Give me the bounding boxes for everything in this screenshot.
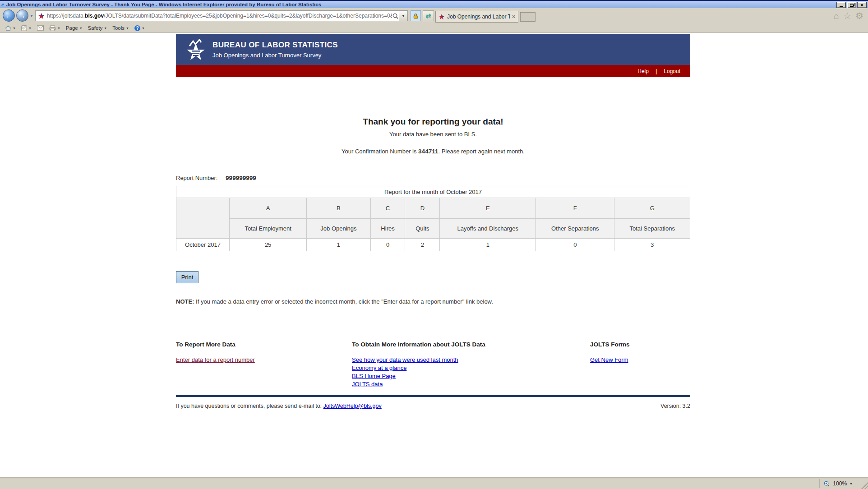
tools-menu-button[interactable]: Tools ▼: [110, 25, 131, 31]
page-content: BUREAU OF LABOR STATISTICS Job Openings …: [176, 33, 690, 409]
bls-header-text: BUREAU OF LABOR STATISTICS Job Openings …: [212, 41, 338, 59]
get-new-form-link[interactable]: Get New Form: [590, 356, 690, 363]
email-link[interactable]: JoltsWebHelp@bls.gov: [323, 403, 382, 409]
confirmation-block: Thank you for reporting your data! Your …: [176, 117, 690, 155]
confirmation-number-line: Your Confirmation Number is 344711. Plea…: [176, 148, 690, 155]
print-menu-button[interactable]: ▼: [47, 25, 63, 32]
restore-button[interactable]: [847, 2, 856, 8]
logout-link[interactable]: Logout: [664, 68, 680, 74]
jolts-data-link[interactable]: JOLTS data: [352, 381, 590, 388]
tab-favicon-star-icon: [439, 14, 445, 20]
site-favicon-star-icon: [38, 13, 45, 19]
tab-close-icon[interactable]: ×: [512, 14, 515, 20]
mail-icon: [37, 25, 44, 31]
back-button[interactable]: ←: [3, 9, 15, 22]
page-menu-button[interactable]: Page ▼: [64, 25, 85, 31]
printer-icon: [49, 25, 56, 31]
refresh-button[interactable]: ⇄: [423, 10, 434, 21]
help-icon: ?: [134, 25, 140, 31]
browser-right-icons: ⌂ ☆ ⚙: [834, 11, 863, 21]
footer-divider: [176, 395, 690, 397]
settings-gear-icon[interactable]: ⚙: [855, 11, 863, 21]
read-mail-button[interactable]: [35, 25, 46, 31]
utility-nav-bar: Help | Logout: [176, 65, 690, 77]
home-menu-button[interactable]: ▼: [3, 25, 18, 32]
footer-heading: JOLTS Forms: [590, 341, 690, 348]
column-letter-row: A B C D E F G: [176, 198, 690, 219]
restore-icon: [850, 4, 854, 7]
window-title: Job Openings and Labor Turnover Survey -…: [6, 2, 321, 7]
window-titlebar: e Job Openings and Labor Turnover Survey…: [0, 0, 868, 8]
help-link[interactable]: Help: [637, 68, 649, 74]
report-number-label: Report Number:: [176, 175, 217, 181]
navigation-bar: ← → ▼ https://joltsdata.bls.gov/JOLTS/da…: [0, 8, 868, 23]
ie-logo-icon: e: [1, 1, 4, 8]
recent-pages-dropdown[interactable]: ▼: [30, 14, 33, 18]
resize-grip[interactable]: [860, 481, 868, 489]
home-icon: [5, 25, 11, 31]
month-label-cell: October 2017: [176, 239, 230, 251]
enter-data-link[interactable]: Enter data for a report number: [176, 356, 352, 363]
data-sent-text: Your data have been sent to BLS.: [176, 131, 690, 138]
favorites-star-icon[interactable]: ☆: [843, 11, 851, 21]
zoom-level: 100%: [833, 480, 847, 487]
browser-tab[interactable]: Job Openings and Labor Tur... ×: [435, 11, 518, 23]
autocomplete-dropdown[interactable]: ▼: [399, 11, 407, 21]
agency-title: BUREAU OF LABOR STATISTICS: [212, 41, 338, 50]
table-title: Report for the month of October 2017: [176, 186, 690, 198]
contact-row: If you have questions or comments, pleas…: [176, 403, 690, 409]
bls-header-banner: BUREAU OF LABOR STATISTICS Job Openings …: [176, 34, 690, 65]
tab-title: Job Openings and Labor Tur...: [447, 14, 510, 20]
refresh-icon: ⇄: [426, 12, 431, 19]
footer-column-more-info: To Obtain More Information about JOLTS D…: [352, 341, 590, 389]
economy-glance-link[interactable]: Economy at a glance: [352, 364, 590, 371]
safety-menu-button[interactable]: Safety ▼: [86, 25, 110, 31]
note-label: NOTE:: [176, 298, 194, 305]
close-button[interactable]: ×: [857, 2, 867, 8]
minimize-button[interactable]: [836, 2, 846, 8]
zoom-dropdown-icon[interactable]: ▼: [850, 482, 853, 485]
note-text: If you made a data entry error or select…: [194, 298, 493, 305]
report-number-line: Report Number: 999999999: [176, 175, 690, 181]
footer-heading: To Obtain More Information about JOLTS D…: [352, 341, 590, 348]
command-bar: ▼ ▼ ▼ Page ▼ Safety ▼ Tools ▼ ?: [0, 23, 868, 33]
window-controls: ×: [836, 2, 867, 8]
contact-line: If you have questions or comments, pleas…: [176, 403, 382, 409]
page-viewport: BUREAU OF LABOR STATISTICS Job Openings …: [0, 33, 868, 477]
address-bar[interactable]: https://joltsdata.bls.gov/JOLTS/data/sub…: [35, 10, 408, 21]
feeds-menu-button[interactable]: ▼: [19, 25, 34, 32]
note-line: NOTE: If you made a data entry error or …: [176, 298, 690, 305]
data-used-link[interactable]: See how your data were used last month: [352, 356, 590, 363]
forward-button[interactable]: →: [16, 9, 28, 22]
help-menu-button[interactable]: ? ▼: [132, 25, 147, 32]
home-icon[interactable]: ⌂: [834, 11, 839, 21]
print-button[interactable]: Print: [176, 271, 199, 283]
page-menu-label: Page: [66, 25, 78, 31]
minimize-icon: [840, 6, 843, 7]
column-name-row: Total Employment Job Openings Hires Quit…: [176, 219, 690, 239]
tools-menu-label: Tools: [112, 25, 125, 31]
survey-subtitle: Job Openings and Labor Turnover Survey: [212, 52, 338, 59]
lock-icon: [412, 13, 419, 19]
url-text[interactable]: https://joltsdata.bls.gov/JOLTS/data/sub…: [47, 13, 392, 19]
bls-home-link[interactable]: BLS Home Page: [352, 373, 590, 379]
zoom-control[interactable]: 100% ▼: [819, 479, 856, 488]
bls-star-logo: [186, 39, 207, 60]
new-tab-button[interactable]: [520, 12, 536, 22]
version-text: Version: 3.2: [660, 403, 690, 409]
footer-heading: To Report More Data: [176, 341, 352, 348]
footer-column-report-more: To Report More Data Enter data for a rep…: [176, 341, 352, 389]
rss-feed-icon: [21, 25, 27, 31]
row-header-spacer: [176, 198, 230, 239]
zoom-magnifier-icon: [823, 480, 830, 487]
browser-status-bar: 100% ▼: [0, 477, 868, 489]
security-lock-button[interactable]: [411, 10, 421, 21]
report-data-table: Report for the month of October 2017 A B…: [176, 186, 690, 251]
footer-column-jolts-forms: JOLTS Forms Get New Form: [590, 341, 690, 389]
safety-menu-label: Safety: [88, 25, 103, 31]
footer-link-columns: To Report More Data Enter data for a rep…: [176, 341, 690, 389]
thank-you-heading: Thank you for reporting your data!: [176, 117, 690, 127]
search-icon[interactable]: [392, 13, 399, 19]
confirmation-number: 344711: [418, 148, 438, 155]
nav-separator: |: [656, 68, 657, 74]
